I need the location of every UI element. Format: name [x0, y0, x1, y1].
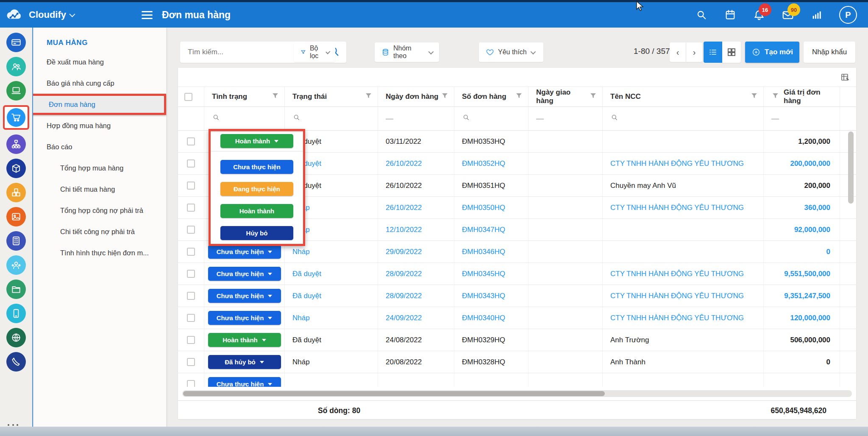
row-checkbox[interactable]: [187, 159, 195, 168]
avatar[interactable]: P: [839, 6, 857, 24]
sidebar-item-active[interactable]: Đơn mua hàng: [31, 94, 166, 115]
column-search-filter[interactable]: [603, 107, 764, 130]
column-header[interactable]: Giá trị đơn hàng: [764, 87, 840, 106]
list-view-button[interactable]: [704, 42, 722, 63]
sidebar-item-link[interactable]: Tổng hợp mua hàng: [34, 157, 166, 179]
column-range-filter[interactable]: —: [529, 107, 603, 130]
image-doc-icon[interactable]: [6, 207, 26, 226]
order-number-cell[interactable]: ĐMH0350HQ: [454, 197, 529, 218]
package-icon[interactable]: [6, 159, 26, 178]
prev-page-button[interactable]: ‹: [670, 42, 686, 62]
row-status-chip[interactable]: Đã hủy bỏ: [208, 355, 281, 369]
horizontal-scrollbar[interactable]: [182, 390, 852, 397]
search-icon[interactable]: [292, 113, 301, 124]
supplier-cell[interactable]: CTY TNHH HÀNH ĐỘNG YÊU THƯƠNG: [603, 197, 764, 218]
sidebar-item-link[interactable]: Báo cáo: [34, 136, 166, 157]
favorites-button[interactable]: Yêu thích: [479, 42, 543, 62]
order-number-cell[interactable]: ĐMH0347HQ: [454, 219, 529, 240]
device-icon[interactable]: [6, 304, 26, 323]
row-checkbox[interactable]: [187, 314, 195, 322]
sidebar-item-link[interactable]: Tình hình thực hiện đơn m...: [34, 242, 166, 263]
row-status-chip[interactable]: Chưa thực hiện: [208, 377, 281, 387]
supplier-cell[interactable]: CTY TNHH HÀNH ĐỘNG YÊU THƯƠNG: [603, 285, 764, 307]
org-chart-icon[interactable]: [6, 134, 26, 154]
person-network-icon[interactable]: [6, 255, 26, 275]
row-checkbox[interactable]: [187, 248, 195, 256]
column-search-filter[interactable]: [285, 107, 378, 130]
header-checkbox-cell[interactable]: [178, 87, 204, 106]
select-all-checkbox[interactable]: [184, 93, 192, 101]
calculator-icon[interactable]: [6, 231, 26, 251]
status-option-blue[interactable]: Chưa thực hiện: [220, 160, 293, 174]
column-search-filter[interactable]: [204, 107, 285, 130]
column-header[interactable]: Ngày giao hàng: [529, 87, 603, 106]
row-status-chip[interactable]: Chưa thực hiện: [208, 311, 281, 325]
notifications-bell-icon[interactable]: 16: [753, 8, 765, 21]
status-option-navy[interactable]: Hủy bỏ: [220, 226, 293, 240]
activity-stats-icon[interactable]: [810, 8, 823, 21]
import-button[interactable]: Nhập khẩu: [804, 42, 855, 63]
grid-view-button[interactable]: [722, 42, 741, 63]
supplier-cell[interactable]: CTY TNHH HÀNH ĐỘNG YÊU THƯƠNG: [603, 307, 764, 329]
laptop-icon[interactable]: [6, 81, 26, 101]
sidebar-item-link[interactable]: Chi tiết mua hàng: [34, 179, 166, 200]
globe-icon[interactable]: [6, 328, 26, 347]
column-header[interactable]: Tình trạng: [204, 87, 285, 106]
row-checkbox[interactable]: [187, 137, 195, 145]
row-checkbox[interactable]: [187, 270, 195, 278]
group-by-button[interactable]: Nhóm theo: [375, 42, 439, 62]
filter-funnel-icon[interactable]: [589, 92, 597, 102]
filter-funnel-icon[interactable]: [364, 92, 373, 102]
row-status-chip[interactable]: Chưa thực hiện: [208, 289, 281, 303]
sidebar-item-link[interactable]: Chi tiết công nợ phải trả: [34, 221, 166, 242]
filter-funnel-icon[interactable]: [771, 92, 779, 102]
search-icon[interactable]: [212, 113, 220, 124]
order-number-cell[interactable]: ĐMH0346HQ: [454, 241, 529, 263]
sidebar-item-link[interactable]: Đề xuất mua hàng: [34, 51, 166, 73]
row-checkbox[interactable]: [187, 358, 195, 366]
messages-icon[interactable]: 90: [782, 8, 794, 21]
users-icon[interactable]: [6, 57, 26, 76]
hamburger-menu-icon[interactable]: [142, 11, 153, 19]
row-checkbox[interactable]: [187, 182, 195, 190]
phone-icon[interactable]: [6, 352, 26, 372]
column-range-filter[interactable]: —: [764, 107, 840, 130]
row-checkbox[interactable]: [187, 226, 195, 234]
cart-icon[interactable]: [7, 108, 25, 127]
order-number-cell[interactable]: ĐMH0345HQ: [454, 263, 529, 285]
search-icon[interactable]: [462, 113, 470, 124]
row-status-chip[interactable]: Hoàn thành: [208, 333, 281, 347]
supplier-cell[interactable]: CTY TNHH HÀNH ĐỘNG YÊU THƯƠNG: [603, 153, 764, 174]
search-icon[interactable]: [695, 8, 708, 21]
status-option-green[interactable]: Hoàn thành: [220, 204, 293, 218]
status-dropdown-trigger[interactable]: Hoàn thành: [220, 134, 293, 148]
filter-funnel-icon[interactable]: [750, 92, 758, 102]
row-checkbox[interactable]: [187, 204, 195, 212]
vertical-scrollbar[interactable]: [848, 131, 854, 204]
row-status-chip[interactable]: Chưa thực hiện: [208, 267, 281, 281]
order-number-cell[interactable]: ĐMH0340HQ: [454, 307, 529, 329]
filter-funnel-icon[interactable]: [515, 92, 523, 102]
order-number-cell[interactable]: ĐMH0343HQ: [454, 285, 529, 307]
filter-funnel-icon[interactable]: [271, 92, 279, 102]
row-status-chip[interactable]: Chưa thực hiện: [208, 245, 281, 259]
row-checkbox[interactable]: [187, 292, 195, 300]
next-page-button[interactable]: ›: [686, 42, 702, 62]
filter-funnel-icon[interactable]: [441, 92, 449, 102]
column-header[interactable]: Số đơn hàng: [454, 87, 529, 106]
sidebar-item-link[interactable]: Tổng hợp công nợ phải trả: [34, 200, 166, 221]
column-header[interactable]: Ngày đơn hàng: [378, 87, 454, 106]
table-settings-icon[interactable]: [840, 72, 850, 84]
row-checkbox[interactable]: [187, 336, 195, 344]
documents-icon[interactable]: [6, 279, 26, 299]
create-new-button[interactable]: Tạo mới: [745, 42, 799, 63]
supplier-cell[interactable]: CTY TNHH HÀNH ĐỘNG YÊU THƯƠNG: [603, 263, 764, 285]
column-header[interactable]: Trạng thái: [285, 87, 378, 106]
status-option-orange[interactable]: Đang thực hiện: [220, 182, 293, 196]
card-transfer-icon[interactable]: [6, 33, 26, 52]
column-header[interactable]: Tên NCC: [603, 87, 764, 106]
column-range-filter[interactable]: —: [378, 107, 454, 130]
brand-menu[interactable]: Cloudify: [29, 9, 74, 20]
row-checkbox[interactable]: [187, 380, 195, 387]
sidebar-item-link[interactable]: Báo giá nhà cung cấp: [34, 73, 166, 94]
